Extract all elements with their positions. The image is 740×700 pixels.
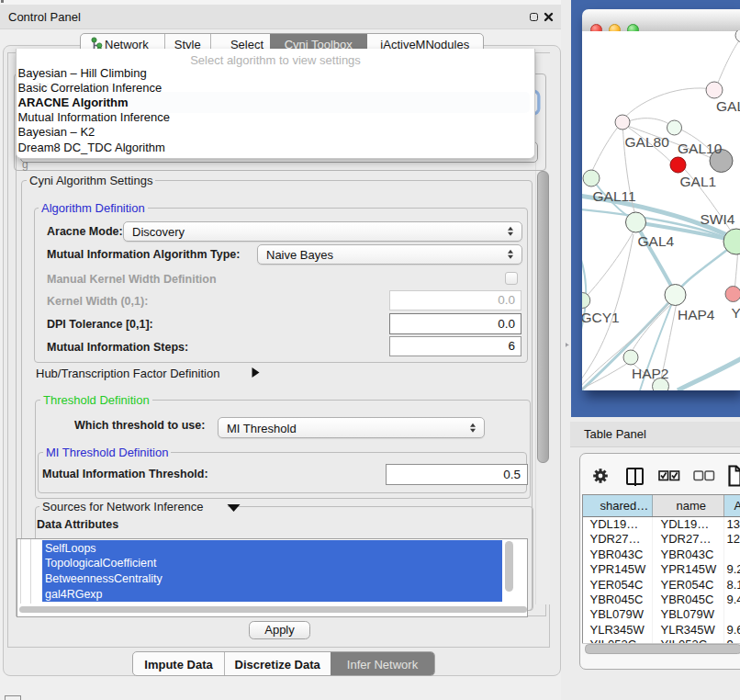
- svg-text:GAL11: GAL11: [592, 188, 635, 204]
- svg-text:SWI4: SWI4: [700, 211, 734, 227]
- svg-text:HAP2: HAP2: [632, 366, 669, 381]
- svg-text:Y: Y: [731, 305, 740, 321]
- svg-text:GAL80: GAL80: [624, 134, 669, 150]
- svg-text:GCY1: GCY1: [582, 310, 620, 325]
- svg-text:GAL1: GAL1: [679, 174, 716, 189]
- svg-text:GAL7: GAL7: [716, 98, 740, 114]
- svg-text:GAL10: GAL10: [678, 141, 723, 156]
- svg-text:HAP4: HAP4: [678, 307, 715, 322]
- svg-text:GAL4: GAL4: [637, 233, 674, 249]
